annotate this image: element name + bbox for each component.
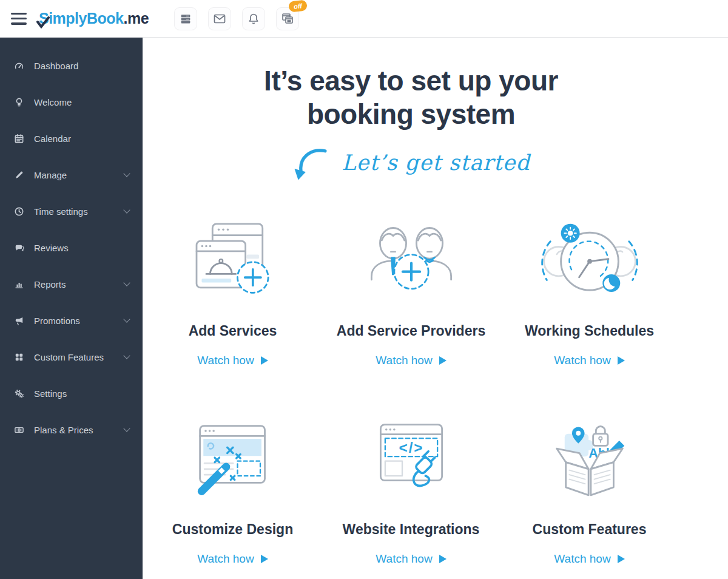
page-title-line2: booking system <box>307 98 515 130</box>
main-content: It’s easy to set up your booking system … <box>143 38 728 579</box>
sidebar-item-calendar[interactable]: Calendar <box>0 120 143 157</box>
sidebar-item-label: Time settings <box>34 206 88 217</box>
watch-how-label: Watch how <box>554 354 610 367</box>
tagline-text: Let’s get started <box>342 151 530 175</box>
watch-how-link-customize-design[interactable]: Watch how <box>197 552 268 566</box>
sidebar-item-label: Plans & Prices <box>34 425 93 435</box>
sidebar-item-dashboard[interactable]: Dashboard <box>0 47 143 84</box>
card-title: Custom Features <box>533 521 647 538</box>
card-title: Working Schedules <box>525 323 654 339</box>
play-icon <box>261 356 268 365</box>
sidebar-item-reviews[interactable]: Reviews <box>0 229 143 266</box>
logo-text-dark: .me <box>123 10 149 27</box>
card-custom-features: Ab| Custom Features Watch how <box>500 416 679 566</box>
watch-how-label: Watch how <box>376 552 432 566</box>
card-website-integrations: </> Website Integrations Watch how <box>322 416 500 566</box>
logo-text-blue: SimplyBook <box>39 10 123 27</box>
add-services-illustration <box>187 220 278 308</box>
sidebar-item-custom-features[interactable]: Custom Features <box>0 339 143 375</box>
setup-cards-grid: Add Services Watch how <box>143 217 679 566</box>
dashboard-icon <box>13 61 24 71</box>
bell-icon <box>246 12 261 26</box>
sidebar-item-welcome[interactable]: Welcome <box>0 84 143 120</box>
watch-how-label: Watch how <box>197 552 254 566</box>
booking-website-button[interactable]: off <box>276 7 299 30</box>
card-customize-design: Customize Design Watch how <box>144 416 322 566</box>
modules-icon <box>13 352 24 362</box>
tagline: Let’s get started <box>143 144 679 183</box>
card-title: Website Integrations <box>343 521 480 538</box>
sidebar-item-label: Calendar <box>34 134 71 144</box>
watch-how-label: Watch how <box>197 354 254 367</box>
chevron-down-icon <box>123 170 130 177</box>
watch-how-link-add-services[interactable]: Watch how <box>197 354 268 367</box>
sidebar-item-label: Reports <box>34 279 66 290</box>
svg-text:</>: </> <box>399 439 423 456</box>
booking-website-icon <box>280 12 295 26</box>
play-icon <box>261 555 268 563</box>
sidebar-item-manage[interactable]: Manage <box>0 157 143 193</box>
sidebar-item-label: Reviews <box>34 243 69 253</box>
chevron-down-icon <box>123 206 130 213</box>
card-title: Add Service Providers <box>337 323 485 339</box>
messages-button[interactable] <box>208 7 231 30</box>
chevron-down-icon <box>123 316 130 322</box>
card-add-service-providers: Add Service Providers Watch how <box>322 217 500 367</box>
watch-how-label: Watch how <box>376 354 432 367</box>
card-title: Add Services <box>189 323 277 339</box>
curved-arrow-icon <box>292 144 329 183</box>
sidebar: Dashboard Welcome Calendar Manage Time s… <box>0 38 143 579</box>
notifications-button[interactable] <box>242 7 265 30</box>
sidebar-item-label: Manage <box>34 170 67 180</box>
sidebar-item-time-settings[interactable]: Time settings <box>0 193 143 229</box>
sidebar-item-label: Settings <box>34 388 67 399</box>
menu-toggle-icon[interactable] <box>11 13 27 25</box>
bookings-list-icon <box>179 12 192 25</box>
play-icon <box>618 555 625 563</box>
watch-how-link-custom-features[interactable]: Watch how <box>554 552 624 566</box>
sidebar-item-settings[interactable]: Settings <box>0 375 143 411</box>
website-integrations-illustration: </> <box>366 419 457 507</box>
chevron-down-icon <box>123 352 130 359</box>
mail-icon <box>212 12 227 26</box>
card-working-schedules: Working Schedules Watch how <box>500 217 679 367</box>
sidebar-item-reports[interactable]: Reports <box>0 266 143 302</box>
calendar-icon <box>13 134 24 144</box>
play-icon <box>439 356 447 365</box>
sidebar-item-label: Welcome <box>34 97 72 107</box>
card-title: Customize Design <box>172 521 293 538</box>
sidebar-item-label: Promotions <box>34 316 80 326</box>
add-service-providers-illustration <box>366 220 457 308</box>
bar-chart-icon <box>13 279 24 290</box>
header-icon-group: off <box>174 7 299 30</box>
gears-icon <box>13 388 24 399</box>
chevron-down-icon <box>123 425 130 432</box>
money-icon <box>13 425 24 435</box>
page-title: It’s easy to set up your booking system <box>143 64 679 131</box>
sidebar-item-promotions[interactable]: Promotions <box>0 302 143 339</box>
watch-how-link-working-schedules[interactable]: Watch how <box>554 354 624 367</box>
watch-how-link-service-providers[interactable]: Watch how <box>376 354 446 367</box>
chat-icon <box>13 243 24 253</box>
megaphone-icon <box>13 316 24 326</box>
top-bar: SimplyBook.me off <box>0 0 728 38</box>
card-add-services: Add Services Watch how <box>144 217 322 367</box>
page-title-line1: It’s easy to set up your <box>264 65 558 96</box>
watch-how-link-website-integrations[interactable]: Watch how <box>376 552 446 566</box>
customize-design-illustration <box>187 419 278 507</box>
bookings-list-button[interactable] <box>174 7 197 30</box>
sidebar-item-plans-prices[interactable]: Plans & Prices <box>0 411 143 448</box>
working-schedules-illustration <box>541 220 638 308</box>
custom-features-illustration: Ab| <box>544 419 635 507</box>
logo[interactable]: SimplyBook.me <box>39 10 149 27</box>
pencil-icon <box>13 170 24 180</box>
play-icon <box>439 555 447 563</box>
chevron-down-icon <box>123 279 130 286</box>
play-icon <box>618 356 625 365</box>
sidebar-item-label: Custom Features <box>34 352 104 362</box>
watch-how-label: Watch how <box>554 552 610 566</box>
lightbulb-icon <box>13 97 24 107</box>
sidebar-item-label: Dashboard <box>34 61 78 71</box>
clock-icon <box>13 206 24 217</box>
status-badge: off <box>288 0 308 12</box>
